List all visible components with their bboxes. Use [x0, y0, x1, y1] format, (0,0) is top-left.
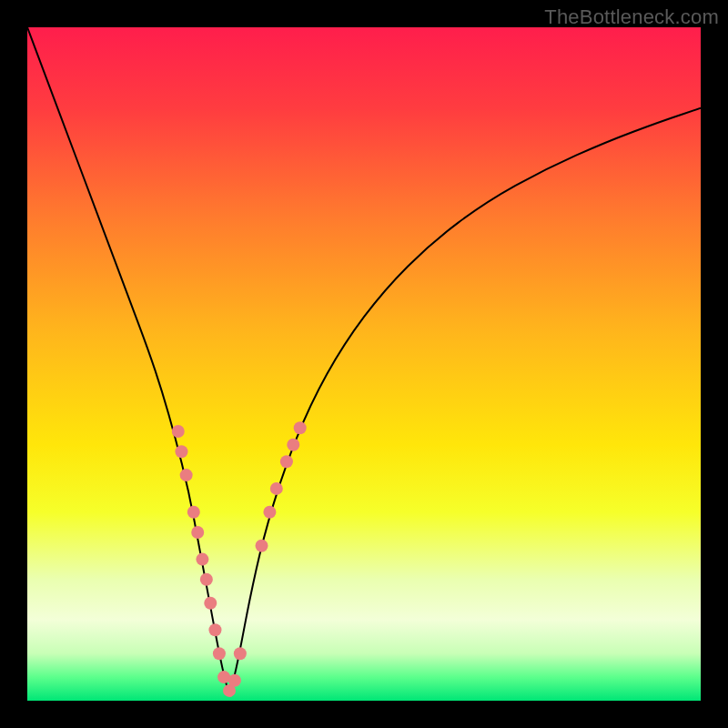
gradient-background [27, 27, 701, 701]
highlight-dot [234, 647, 247, 660]
highlight-dot [204, 597, 217, 610]
highlight-dot [287, 439, 299, 451]
chart-frame: TheBottleneck.com [0, 0, 728, 728]
highlight-dot [172, 425, 185, 438]
highlight-dot [200, 573, 213, 586]
watermark-text: TheBottleneck.com [544, 5, 719, 29]
highlight-dot [208, 623, 221, 636]
highlight-dot [196, 553, 208, 566]
highlight-dot [180, 469, 193, 481]
bottleneck-chart [27, 27, 701, 701]
highlight-dot [280, 455, 293, 468]
highlight-dot [263, 506, 276, 519]
highlight-dot [191, 526, 204, 539]
plot-area [27, 27, 701, 701]
highlight-dot [213, 647, 226, 660]
highlight-dot [187, 506, 200, 519]
highlight-dot [270, 482, 283, 495]
highlight-dot [294, 421, 307, 434]
highlight-dot [228, 674, 241, 687]
highlight-dot [217, 671, 230, 683]
highlight-dot [256, 540, 268, 552]
highlight-dot [175, 445, 187, 458]
